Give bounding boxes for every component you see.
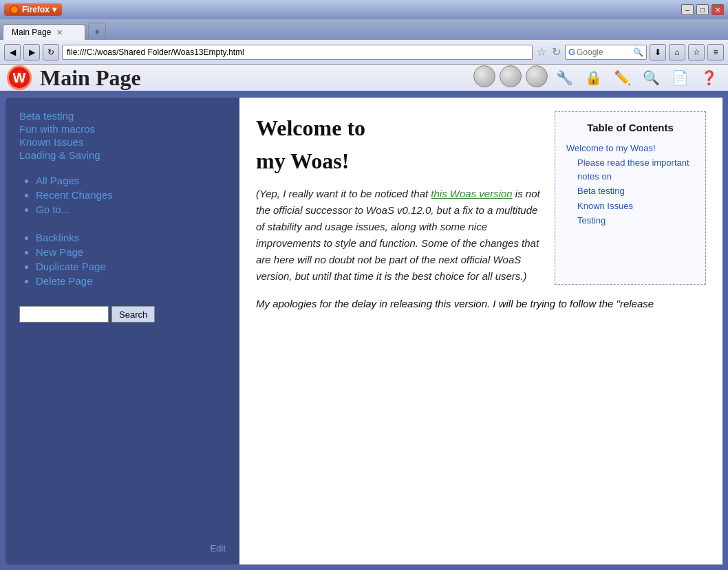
- sidebar-edit-link[interactable]: Edit: [211, 543, 226, 553]
- sidebar-all-pages[interactable]: All Pages: [36, 175, 226, 186]
- toc-testing[interactable]: Testing: [577, 214, 694, 228]
- tab-close-button[interactable]: ✕: [56, 28, 63, 37]
- intro-section: Welcome to my Woas! (Yep, I really want …: [256, 111, 706, 285]
- sidebar-recent-changes[interactable]: Recent Changes: [36, 189, 226, 201]
- menu-button[interactable]: ≡: [707, 44, 724, 61]
- maximize-button[interactable]: □: [696, 4, 709, 15]
- sidebar-backlinks[interactable]: Backlinks: [36, 232, 226, 243]
- intro-text-before-link: (Yep, I really want it to be noticed tha…: [256, 188, 431, 199]
- sidebar-item-beta-testing[interactable]: Beta testing: [19, 110, 226, 122]
- firefox-icon: [10, 5, 19, 14]
- page-title: Main Page: [40, 65, 141, 91]
- google-icon: G: [568, 47, 575, 57]
- sidebar-duplicate-page[interactable]: Duplicate Page: [36, 261, 226, 272]
- search-input[interactable]: [577, 47, 632, 57]
- toc-sub-items: Please read these important notes on Bet…: [566, 156, 694, 228]
- toc-title: Table of Contents: [566, 120, 694, 136]
- sidebar-search-button[interactable]: Search: [111, 306, 155, 322]
- woas-version-link[interactable]: this Woas version: [431, 188, 512, 199]
- list-item: Recent Changes: [36, 189, 226, 201]
- intro-paragraph: (Yep, I really want it to be noticed tha…: [256, 186, 544, 285]
- firefox-menu-button[interactable]: Firefox ▾: [4, 3, 62, 16]
- toc-please-read[interactable]: Please read these important notes on: [577, 156, 694, 183]
- welcome-heading: Welcome to my Woas!: [256, 111, 544, 177]
- heading-line2: my Woas!: [256, 149, 349, 173]
- sidebar-delete-page[interactable]: Delete Page: [36, 275, 226, 287]
- main-content: Beta testing Fun with macros Known Issue…: [0, 92, 728, 570]
- help-icon[interactable]: ❓: [696, 65, 721, 90]
- home-button[interactable]: ⌂: [669, 44, 685, 61]
- sidebar-item-fun-with-macros[interactable]: Fun with macros: [19, 123, 226, 135]
- toolbar-circle-2[interactable]: [500, 65, 522, 87]
- title-bar: Firefox ▾ – □ ✕: [0, 0, 728, 19]
- search-page-icon[interactable]: 🔍: [639, 65, 663, 90]
- lock-icon[interactable]: 🔒: [581, 65, 606, 90]
- reload-icon[interactable]: ↻: [550, 44, 562, 60]
- close-button[interactable]: ✕: [711, 4, 724, 15]
- list-item: Backlinks: [36, 232, 226, 243]
- main-tab[interactable]: Main Page ✕: [3, 24, 85, 40]
- edit-icon[interactable]: ✏️: [610, 65, 634, 90]
- search-bar: G 🔍: [565, 45, 647, 60]
- list-item: Go to...: [36, 204, 226, 215]
- list-item: Duplicate Page: [36, 261, 226, 272]
- sidebar-search-input[interactable]: [19, 306, 109, 322]
- firefox-label: Firefox: [22, 5, 50, 14]
- sidebar-list-1: All Pages Recent Changes Go to...: [36, 172, 226, 218]
- intro-text-area: Welcome to my Woas! (Yep, I really want …: [256, 111, 544, 285]
- list-item: New Page: [36, 246, 226, 258]
- toc-beta-testing[interactable]: Beta testing: [577, 184, 694, 198]
- minimize-button[interactable]: –: [681, 4, 694, 15]
- toolbar-circle-3[interactable]: [526, 65, 548, 87]
- refresh-button[interactable]: ↻: [43, 44, 59, 61]
- content-area: Welcome to my Woas! (Yep, I really want …: [239, 98, 722, 564]
- list-item: All Pages: [36, 175, 226, 186]
- sidebar-go-to[interactable]: Go to...: [36, 204, 226, 215]
- toolbar-circle-1[interactable]: [473, 65, 495, 87]
- nav-bar: ◀ ▶ ↻ ☆ ↻ G 🔍 ⬇ ⌂ ☆ ≡: [0, 40, 728, 65]
- tabs-bar: Main Page ✕ +: [0, 19, 728, 40]
- page-icon[interactable]: 📄: [667, 65, 692, 90]
- sidebar-new-page[interactable]: New Page: [36, 246, 226, 258]
- toc-welcome[interactable]: Welcome to my Woas!: [566, 142, 694, 155]
- sidebar-list-2: Backlinks New Page Duplicate Page Delete…: [36, 229, 226, 289]
- forward-button[interactable]: ▶: [23, 44, 40, 61]
- tab-label: Main Page: [12, 28, 51, 37]
- toolbar-icons: 🔧 🔒 ✏️ 🔍 📄 ❓: [473, 65, 721, 90]
- firefox-dropdown-icon: ▾: [52, 5, 56, 14]
- body-paragraph: My apologies for the delay in releasing …: [256, 296, 706, 313]
- back-button[interactable]: ◀: [4, 44, 21, 61]
- bookmark-star-icon[interactable]: ☆: [535, 44, 548, 60]
- toolbar: W Main Page 🔧 🔒 ✏️ 🔍 📄 ❓: [0, 65, 728, 92]
- sidebar-search-area: Search: [19, 306, 226, 322]
- sidebar-top-links: Beta testing Fun with macros Known Issue…: [19, 109, 226, 162]
- sidebar-item-loading-saving[interactable]: Loading & Saving: [19, 149, 226, 161]
- sidebar-item-known-issues[interactable]: Known Issues: [19, 136, 226, 148]
- toc-known-issues[interactable]: Known Issues: [577, 199, 694, 213]
- sidebar: Beta testing Fun with macros Known Issue…: [6, 98, 239, 564]
- list-item: Delete Page: [36, 275, 226, 287]
- heading-line1: Welcome to: [256, 116, 365, 140]
- search-submit-icon[interactable]: 🔍: [633, 47, 643, 57]
- woas-logo: W: [7, 65, 32, 90]
- table-of-contents: Table of Contents Welcome to my Woas! Pl…: [555, 111, 706, 285]
- intro-text-after-link: is not the official successor to WoaS v0…: [256, 188, 540, 282]
- new-tab-button[interactable]: +: [88, 23, 106, 40]
- tools-icon[interactable]: 🔧: [552, 65, 577, 90]
- address-bar[interactable]: [62, 45, 533, 60]
- download-button[interactable]: ⬇: [650, 44, 666, 61]
- bookmarks-button[interactable]: ☆: [688, 44, 705, 61]
